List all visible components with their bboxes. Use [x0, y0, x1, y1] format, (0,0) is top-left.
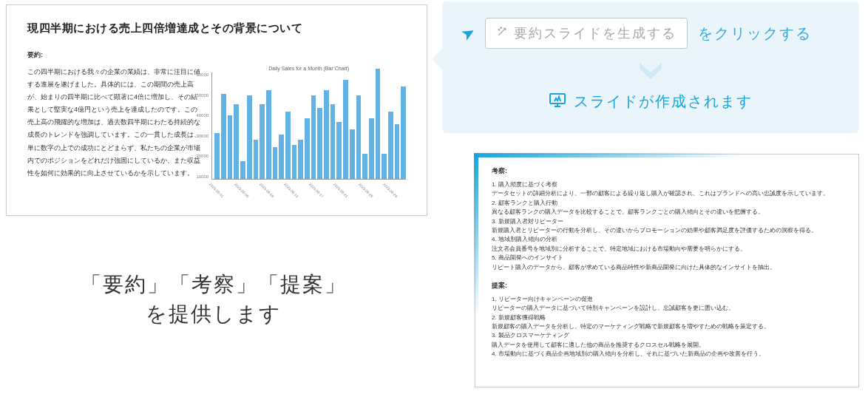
- list-item-body: リピーターの購入データに基づいて特別キャンペーンを設計し、忠誠顧客を更に囲い込む…: [492, 304, 842, 313]
- generated-slide-card: 考察: 1. 購入頻度に基づく考察データセットの詳細分析により、一部の顧客による…: [475, 154, 859, 387]
- bar: [298, 140, 303, 179]
- wand-icon: [496, 26, 508, 41]
- slide-title: 現四半期における売上四倍増達成とその背景について: [27, 21, 406, 35]
- bar-chart: 600005000040000300002000010000: [211, 72, 406, 180]
- list-item: 4. 市場動向に基づく商品企画地域別の購入傾向を分析し、それに基づいた新商品の企…: [492, 350, 842, 359]
- bar: [343, 80, 348, 179]
- svg-point-1: [501, 27, 501, 28]
- bar: [273, 147, 278, 179]
- bar: [356, 95, 362, 179]
- caption-line2: を提供します: [33, 300, 395, 328]
- caption: 「要約」「考察」「提案」 を提供します: [33, 269, 395, 328]
- bar: [362, 154, 367, 179]
- down-arrow-icon: [461, 59, 840, 84]
- source-slide-card: 現四半期における売上四倍増達成とその背景について 要約: この四半期における我々…: [6, 4, 427, 216]
- list-item: 1. 購入頻度に基づく考察: [492, 180, 842, 189]
- bar: [247, 95, 252, 179]
- kousatsu-label: 考察:: [492, 166, 842, 176]
- bar: [285, 112, 291, 179]
- generate-button-label: 要約スライドを生成する: [514, 24, 677, 42]
- list-item-body: データセットの詳細分析により、一部の顧客による繰り返し購入が確認され、これはブラ…: [492, 189, 842, 198]
- list-item: 2. 顧客ランクと購入行動: [492, 199, 842, 208]
- bar: [317, 108, 322, 179]
- bar: [382, 154, 387, 179]
- generate-summary-button[interactable]: 要約スライドを生成する: [485, 18, 688, 49]
- bubble-row1: ➤ 要約スライドを生成する をクリックする: [461, 18, 840, 49]
- list-item-body: リピート購入のデータから、顧客が求めている商品特性や新商品開発に向けた具体的なイ…: [492, 263, 842, 272]
- bar: [311, 95, 316, 179]
- summary-label: 要約:: [27, 50, 406, 60]
- bar: [330, 104, 336, 179]
- summary-text: この四半期における我々の企業の業績は、非常に注目に値する進展を遂げました。具体的…: [27, 66, 201, 201]
- chart-x-ticks: 2023-06-012023-06-052023-06-092023-06-13…: [211, 182, 406, 201]
- bar: [254, 140, 259, 179]
- click-instruction-text: をクリックする: [698, 24, 812, 44]
- list-item: 3. 新規購入者対リピーター: [492, 217, 842, 226]
- list-item: 2. 新規顧客獲得戦略: [492, 313, 842, 322]
- bar: [292, 145, 297, 179]
- instruction-bubble: ➤ 要約スライドを生成する をクリックする スライドが作成されます: [442, 1, 859, 133]
- bar: [221, 94, 226, 179]
- list-item-body: 新規購入者とリピーターの行動を分析し、その違いからプロモーションの効果や顧客満足…: [492, 226, 842, 235]
- bar: [336, 122, 342, 179]
- bar: [266, 90, 271, 179]
- bar: [395, 124, 400, 179]
- bar: [369, 118, 374, 179]
- bar: [305, 118, 310, 179]
- svg-point-0: [498, 30, 499, 30]
- list-item: 5. 商品開発へのインサイト: [492, 254, 842, 262]
- list-item-body: 異なる顧客ランクの購入データを比較することで、顧客ランクごとの購入傾向とその違い…: [492, 208, 842, 217]
- list-item: 3. 製品クロスマーケティング: [492, 331, 842, 340]
- bar: [350, 129, 355, 179]
- kousatsu-list: 1. 購入頻度に基づく考察データセットの詳細分析により、一部の顧客による繰り返し…: [492, 180, 842, 272]
- list-item-body: 購入データを使用して顧客に適した他の商品を推奨するクロスセル戦略を展開。: [492, 341, 842, 350]
- cursor-arrow-icon: ➤: [458, 21, 479, 45]
- bar: [376, 69, 381, 179]
- bar: [324, 90, 329, 179]
- bubble-row2: スライドが作成されます: [461, 92, 840, 112]
- bar: [279, 135, 284, 179]
- result-text: スライドが作成されます: [574, 92, 753, 112]
- list-item: 4. 地域別購入傾向の分析: [492, 235, 842, 244]
- list-item: 1. リピーター向けキャンペーンの促進: [492, 295, 842, 304]
- bar: [214, 133, 220, 179]
- presentation-icon: [549, 92, 566, 111]
- bar: [388, 112, 393, 179]
- bar: [401, 86, 406, 179]
- list-item-body: 新規顧客の購入データを分析し、特定のマーケティング戦略で新規顧客を増やすための戦…: [492, 322, 842, 331]
- caption-line1: 「要約」「考察」「提案」: [33, 269, 395, 300]
- chart-y-ticks: 600005000040000300002000010000: [196, 72, 208, 179]
- teian-label: 提案:: [492, 281, 842, 291]
- list-item-body: 注文者会員番号を地域別に分析することで、特定地域における市場動向や需要を明らかに…: [492, 245, 842, 254]
- bar: [260, 104, 265, 179]
- chart-container: Daily Sales for a Month (Bar Chart) 6000…: [211, 66, 406, 201]
- bar: [228, 115, 233, 179]
- bar: [240, 161, 245, 179]
- teian-list: 1. リピーター向けキャンペーンの促進リピーターの購入データに基づいて特別キャン…: [492, 295, 842, 359]
- slide-body: この四半期における我々の企業の業績は、非常に注目に値する進展を遂げました。具体的…: [27, 66, 406, 201]
- bar: [234, 104, 239, 179]
